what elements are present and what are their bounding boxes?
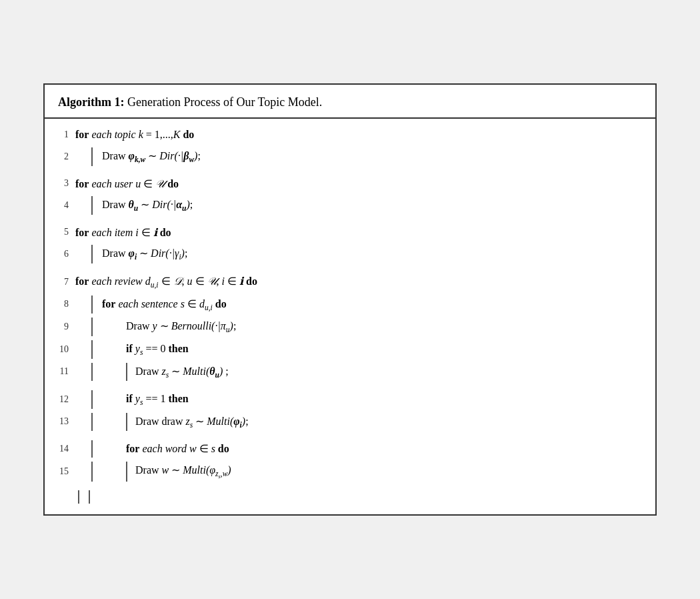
line-3: 3 for each user u ∈ 𝒰 do <box>45 173 655 195</box>
line-num-5: 5 <box>50 225 69 239</box>
line-num-12: 12 <box>50 392 69 407</box>
algorithm-label: Algorithm 1: <box>58 95 124 109</box>
line-content-15: Draw w ∼ Multi(φzs,w) <box>75 462 645 482</box>
line-13: 13 Draw draw zs ∼ Multi(φi); <box>45 411 655 434</box>
line-num-14: 14 <box>50 442 69 456</box>
line-content-10: if ys == 0 then <box>75 340 645 359</box>
line-num-9: 9 <box>50 320 69 334</box>
line-15: 15 Draw w ∼ Multi(φzs,w) <box>45 460 655 484</box>
line-1: 1 for each topic k = 1,...,K do <box>45 124 655 145</box>
line-num-6: 6 <box>50 247 69 261</box>
line-num-13: 13 <box>50 414 69 429</box>
line-num-15: 15 <box>50 464 69 479</box>
line-2: 2 Draw φk,w ∼ Dir(·|βw); <box>45 145 655 168</box>
closing-brackets <box>45 484 655 504</box>
line-content-6: Draw φi ∼ Dir(·|γi); <box>75 245 645 263</box>
algorithm-title: Generation Process of Our Topic Model. <box>124 95 322 109</box>
algorithm-box: Algorithm 1: Generation Process of Our T… <box>43 83 657 515</box>
line-14: 14 for each word w ∈ s do <box>45 438 655 460</box>
line-content-4: Draw θu ∼ Dir(·|αu); <box>75 196 645 215</box>
line-num-10: 10 <box>50 342 69 357</box>
line-6: 6 Draw φi ∼ Dir(·|γi); <box>45 243 655 265</box>
line-content-11: Draw zs ∼ Multi(θu) ; <box>75 363 645 382</box>
line-content-9: Draw y ∼ Bernoulli(·|πu); <box>75 318 645 336</box>
line-4: 4 Draw θu ∼ Dir(·|αu); <box>45 194 655 217</box>
line-num-7: 7 <box>50 275 69 289</box>
line-content-1: for each topic k = 1,...,K do <box>75 126 645 143</box>
line-content-13: Draw draw zs ∼ Multi(φi); <box>75 413 645 432</box>
line-10: 10 if ys == 0 then <box>45 338 655 361</box>
line-content-12: if ys == 1 then <box>75 390 645 409</box>
line-num-1: 1 <box>50 127 69 142</box>
line-8: 8 for each sentence s ∈ du,i do <box>45 293 655 316</box>
algorithm-body: 1 for each topic k = 1,...,K do 2 Draw φ… <box>45 119 655 514</box>
line-num-8: 8 <box>50 297 69 312</box>
line-num-11: 11 <box>50 364 69 379</box>
line-num-4: 4 <box>50 198 69 213</box>
line-9: 9 Draw y ∼ Bernoulli(·|πu); <box>45 316 655 338</box>
line-num-3: 3 <box>50 176 69 191</box>
line-content-3: for each user u ∈ 𝒰 do <box>75 175 645 193</box>
line-content-8: for each sentence s ∈ du,i do <box>75 295 645 314</box>
line-7: 7 for each review du,i ∈ 𝒟, u ∈ 𝒰, i ∈ ℹ… <box>45 271 655 293</box>
line-content-14: for each word w ∈ s do <box>75 440 645 458</box>
line-5: 5 for each item i ∈ ℹ do <box>45 222 655 243</box>
line-num-2: 2 <box>50 149 69 164</box>
line-content-7: for each review du,i ∈ 𝒟, u ∈ 𝒰, i ∈ ℹ d… <box>75 273 645 291</box>
algorithm-header: Algorithm 1: Generation Process of Our T… <box>45 85 655 119</box>
line-11: 11 Draw zs ∼ Multi(θu) ; <box>45 361 655 384</box>
line-content-2: Draw φk,w ∼ Dir(·|βw); <box>75 147 645 166</box>
line-12: 12 if ys == 1 then <box>45 388 655 411</box>
line-content-5: for each item i ∈ ℹ do <box>75 224 645 241</box>
